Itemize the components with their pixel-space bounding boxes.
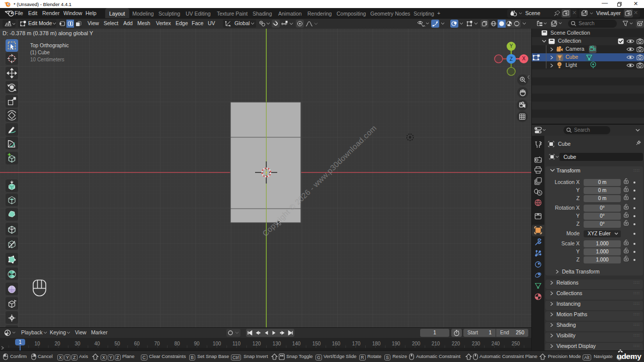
svg-text:Z: Z [510,56,513,62]
svg-text:X: X [522,56,526,61]
svg-text:Y: Y [510,43,513,49]
